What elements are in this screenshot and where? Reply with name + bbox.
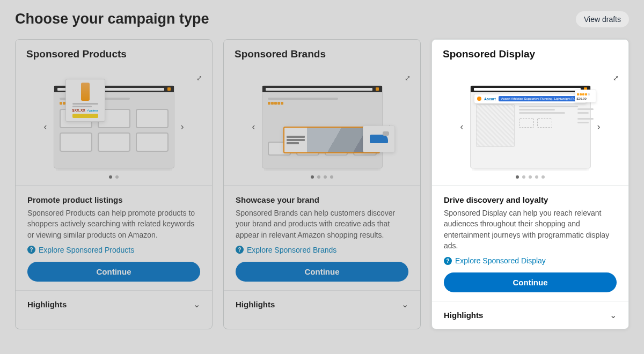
carousel-dot[interactable] [109,175,112,179]
explore-link-label: Explore Sponsored Brands [247,246,336,254]
card-description: Sponsored Brands can help customers disc… [236,208,408,240]
expand-icon[interactable]: ⤢ [405,74,411,82]
chevron-down-icon: ⌄ [401,299,408,309]
carousel-dot[interactable] [115,175,119,179]
card-sponsored-products: Sponsored Products ⤢ ‹ [15,39,213,329]
page-header: Choose your campaign type View drafts [15,11,629,27]
continue-button[interactable]: Continue [236,262,408,282]
help-icon: ? [236,246,244,254]
mock-ad-pill: Ascart Athletics Supportive Running, Lig… [499,96,583,101]
chevron-down-icon: ⌄ [193,299,200,309]
carousel-dot[interactable] [516,175,519,179]
carousel-dot[interactable] [541,175,545,179]
explore-link[interactable]: ? Explore Sponsored Products [27,246,200,254]
card-sponsored-brands: Sponsored Brands ⤢ ‹ [223,39,421,329]
highlights-label: Highlights [236,300,275,309]
prev-slide-button[interactable]: ‹ [38,121,54,132]
expand-icon[interactable]: ⤢ [196,74,202,82]
card-title: Sponsored Display [443,48,618,60]
card-title: Sponsored Products [26,48,201,60]
carousel-dots [16,175,212,179]
explore-link-label: Explore Sponsored Products [39,246,134,254]
mock-brand-label: Ascart [484,97,496,101]
help-icon: ? [27,246,35,254]
card-title: Sponsored Brands [235,48,409,60]
chevron-down-icon: ⌄ [610,310,617,320]
carousel-dot[interactable] [317,175,320,179]
highlights-toggle[interactable]: Highlights ⌄ [224,290,420,318]
continue-button[interactable]: Continue [27,262,200,282]
carousel-dot[interactable] [529,175,532,179]
card-preview-area: ⤢ ‹ [224,69,420,186]
page-title: Choose your campaign type [15,11,209,27]
carousel-dot[interactable] [330,175,333,179]
card-description: Sponsored Products can help promote prod… [27,208,200,240]
prev-slide-button[interactable]: ‹ [454,121,470,132]
carousel-dots [432,175,628,179]
preview-display-bar: Ascart Ascart Athletics Supportive Runni… [474,94,587,104]
explore-link[interactable]: ? Explore Sponsored Display [444,256,617,265]
campaign-cards-row: Sponsored Products ⤢ ‹ [15,39,629,329]
card-subtitle: Promote product listings [27,195,200,204]
highlights-label: Highlights [444,311,483,320]
mock-price: $39.99 [577,97,594,100]
preview-price-card: $39.99 [575,90,596,102]
highlights-toggle[interactable]: Highlights ⌄ [16,290,212,318]
explore-link-label: Explore Sponsored Display [455,256,546,265]
card-subtitle: Showcase your brand [236,195,408,204]
help-icon: ? [444,257,452,265]
highlights-label: Highlights [27,300,67,309]
carousel-dots [224,175,420,179]
expand-icon[interactable]: ⤢ [613,74,619,82]
carousel-dot[interactable] [324,175,327,179]
explore-link[interactable]: ? Explore Sponsored Brands [236,246,408,254]
next-slide-button[interactable]: › [174,121,191,132]
carousel-dot[interactable] [311,175,314,179]
card-description: Sponsored Display can help you reach rel… [444,208,617,251]
carousel-dot[interactable] [522,175,525,179]
highlights-toggle[interactable]: Highlights ⌄ [432,301,628,329]
card-preview-area: ⤢ ‹ [16,69,212,186]
card-preview-area: ⤢ ‹ [432,69,628,186]
preview-brand-popup [283,127,380,153]
card-sponsored-display: Sponsored Display ⤢ ‹ [431,39,629,329]
prev-slide-button[interactable]: ‹ [246,121,262,132]
view-drafts-button[interactable]: View drafts [576,11,629,27]
preview-product-popup: $XX.XX✓prime [65,79,105,122]
carousel-dot[interactable] [535,175,538,179]
continue-button[interactable]: Continue [444,272,617,292]
card-subtitle: Drive discovery and loyalty [444,195,617,204]
